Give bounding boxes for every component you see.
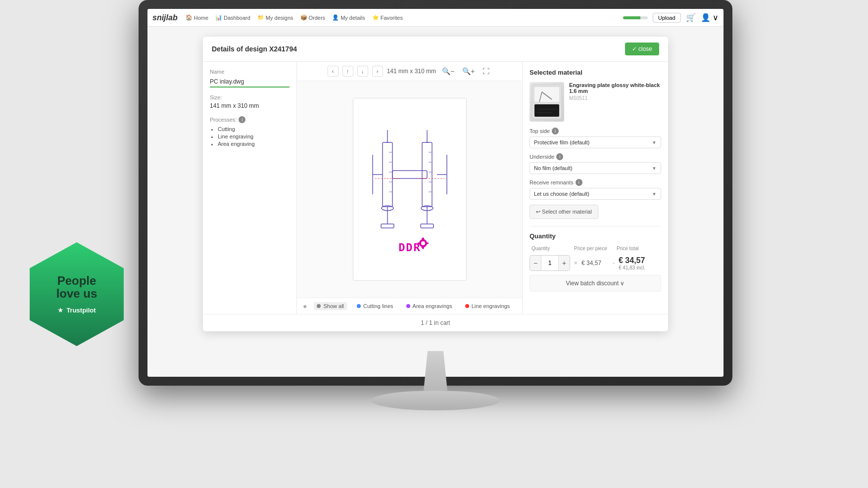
remnants-dropdown[interactable]: Let us choose (default) ▼ bbox=[530, 188, 661, 200]
nav-logo[interactable]: snijlab bbox=[152, 13, 178, 22]
design-dialog: Details of design X241794 ✓ close Name S… bbox=[203, 37, 668, 331]
underside-info-icon[interactable]: i bbox=[556, 153, 563, 160]
trustpilot-logo: ★ Trustpilot bbox=[57, 306, 96, 314]
quantity-table-header: Quantity Price per piece Price total bbox=[530, 246, 661, 251]
nav-orders[interactable]: 📦 Orders bbox=[300, 14, 326, 21]
processes-info-icon[interactable]: i bbox=[239, 116, 245, 123]
nav-cart-icon[interactable]: 🛒 bbox=[686, 13, 696, 22]
center-panel: ‹ ↑ ↓ › 141 mm x 310 mm 🔍− 🔍+ ⛶ bbox=[297, 62, 522, 314]
material-info: Engraving plate glossy white-black 1.6 m… bbox=[569, 82, 661, 122]
process-area-engraving: Area engraving bbox=[218, 141, 289, 147]
right-panel: Selected material bbox=[522, 62, 668, 314]
qty-input[interactable] bbox=[541, 256, 559, 270]
design-canvas: DDR bbox=[297, 81, 522, 298]
size-value: 141 mm x 310 mm bbox=[210, 102, 289, 109]
name-label: Name bbox=[210, 69, 289, 75]
line-engravings-filter-btn[interactable]: Line engravings bbox=[462, 302, 513, 310]
close-button[interactable]: ✓ close bbox=[625, 43, 659, 55]
quantity-row: − + × € 34,57 - € 34,57 € 4 bbox=[530, 255, 661, 271]
viewer-down-btn[interactable]: ↓ bbox=[357, 66, 368, 77]
quantity-stepper[interactable]: − + bbox=[530, 255, 570, 271]
process-line-engraving: Line engraving bbox=[218, 133, 289, 139]
size-section: Size: 141 mm x 310 mm bbox=[210, 94, 289, 109]
nav-dashboard[interactable]: 📊 Dashboard bbox=[215, 14, 250, 21]
nav-favorites[interactable]: ⭐ Favorites bbox=[372, 14, 403, 21]
top-side-label: Top side i bbox=[530, 128, 661, 134]
svg-rect-34 bbox=[418, 243, 421, 244]
underside-arrow-icon: ▼ bbox=[652, 166, 657, 171]
cutting-lines-filter-btn[interactable]: Cutting lines bbox=[354, 302, 396, 310]
nav-progress-bar bbox=[623, 16, 648, 19]
nav-user-icon[interactable]: 👤 ∨ bbox=[701, 13, 719, 22]
process-cutting: Cutting bbox=[218, 126, 289, 132]
nav-right: Upload 🛒 👤 ∨ bbox=[623, 13, 719, 23]
select-other-material-button[interactable]: ↩ Select other material bbox=[530, 205, 598, 219]
nav-my-designs[interactable]: 📁 My designs bbox=[257, 14, 293, 21]
material-img-svg bbox=[530, 82, 564, 122]
viewer-bottom-bar: ● Show all Cutting lines bbox=[297, 298, 522, 314]
svg-rect-42 bbox=[534, 104, 559, 117]
processes-section: Processes: i Cutting Line engraving Area… bbox=[210, 116, 289, 147]
price-incl: € 41,83 incl. bbox=[619, 265, 645, 270]
nav-my-details[interactable]: 👤 My details bbox=[332, 14, 365, 21]
design-svg-container: DDR bbox=[353, 98, 467, 281]
material-image bbox=[530, 82, 564, 122]
viewer-up-btn[interactable]: ↑ bbox=[342, 66, 353, 77]
remnants-label: Receive remnants i bbox=[530, 179, 661, 186]
top-side-arrow-icon: ▼ bbox=[652, 140, 657, 145]
viewer-zoom-in-btn[interactable]: 🔍+ bbox=[460, 66, 477, 76]
trustpilot-star-icon: ★ bbox=[57, 306, 64, 314]
top-side-info-icon[interactable]: i bbox=[552, 128, 559, 134]
viewer-prev-btn[interactable]: ‹ bbox=[328, 66, 338, 77]
cart-text: 1 / 1 in cart bbox=[421, 319, 450, 326]
top-side-dropdown[interactable]: Protective film (default) ▼ bbox=[530, 136, 661, 148]
material-code: MS0511 bbox=[569, 95, 661, 101]
price-total-block: € 34,57 € 41,83 incl. bbox=[619, 256, 645, 270]
underside-label: Underside i bbox=[530, 153, 661, 160]
svg-rect-41 bbox=[534, 87, 559, 102]
qty-separator-1: × bbox=[574, 260, 578, 266]
main-content: Details of design X241794 ✓ close Name S… bbox=[147, 27, 723, 377]
dialog-footer: 1 / 1 in cart bbox=[203, 314, 668, 331]
monitor: snijlab 🏠 Home 📊 Dashboard 📁 My designs … bbox=[139, 0, 732, 430]
view-batch-discount-button[interactable]: View batch discount ∨ bbox=[530, 275, 661, 292]
monitor-screen: snijlab 🏠 Home 📊 Dashboard 📁 My designs … bbox=[147, 9, 723, 377]
name-input[interactable] bbox=[210, 77, 289, 88]
divider bbox=[530, 226, 661, 226]
viewer-toolbar: ‹ ↑ ↓ › 141 mm x 310 mm 🔍− 🔍+ ⛶ bbox=[297, 62, 522, 81]
dialog-body: Name Size: 141 mm x 310 mm Processes: i bbox=[203, 62, 668, 314]
nav-bar: snijlab 🏠 Home 📊 Dashboard 📁 My designs … bbox=[147, 9, 723, 27]
nav-progress-fill bbox=[623, 16, 640, 19]
area-engravings-filter-btn[interactable]: Area engravings bbox=[403, 302, 455, 310]
material-name: Engraving plate glossy white-black 1.6 m… bbox=[569, 82, 661, 94]
trustpilot-label: Trustpilot bbox=[66, 307, 96, 314]
people-love-text: People love us bbox=[56, 274, 97, 301]
processes-label: Processes: i bbox=[210, 116, 289, 123]
quantity-title: Quantity bbox=[530, 232, 661, 240]
price-per-piece: € 34,57 bbox=[581, 260, 609, 266]
viewer-next-btn[interactable]: › bbox=[372, 66, 383, 77]
monitor-stand-base bbox=[371, 391, 500, 410]
selected-material-title: Selected material bbox=[530, 69, 661, 76]
price-total: € 34,57 bbox=[619, 256, 645, 265]
nav-home[interactable]: 🏠 Home bbox=[186, 14, 208, 21]
upload-button[interactable]: Upload bbox=[653, 13, 681, 23]
qty-minus-button[interactable]: − bbox=[530, 256, 541, 270]
dialog-header: Details of design X241794 ✓ close bbox=[203, 37, 668, 62]
viewer-zoom-out-btn[interactable]: 🔍− bbox=[440, 66, 456, 76]
design-svg: DDR bbox=[360, 105, 459, 273]
show-all-filter-btn[interactable]: Show all bbox=[314, 302, 347, 310]
remnants-info-icon[interactable]: i bbox=[576, 179, 582, 186]
hexagon-background: People love us ★ Trustpilot bbox=[30, 242, 124, 346]
svg-rect-4 bbox=[381, 224, 394, 228]
svg-point-31 bbox=[421, 241, 425, 245]
svg-rect-35 bbox=[426, 243, 429, 244]
left-panel: Name Size: 141 mm x 310 mm Processes: i bbox=[203, 62, 297, 314]
qty-plus-button[interactable]: + bbox=[559, 256, 570, 270]
process-list: Cutting Line engraving Area engraving bbox=[210, 126, 289, 147]
underside-dropdown[interactable]: No film (default) ▼ bbox=[530, 162, 661, 174]
quantity-section: Quantity Quantity Price per piece Price … bbox=[530, 232, 661, 292]
col-price-total: Price total bbox=[617, 246, 659, 251]
viewer-expand-btn[interactable]: ⛶ bbox=[481, 66, 491, 76]
qty-separator-2: - bbox=[613, 260, 615, 266]
